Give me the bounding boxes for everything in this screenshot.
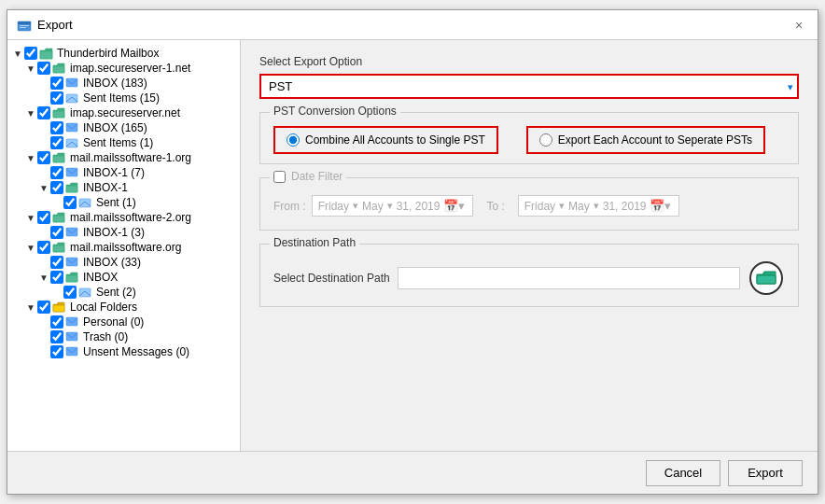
imap1-inbox-label: INBOX (183) — [83, 77, 147, 90]
mail3-inbox2-checkbox[interactable] — [50, 271, 63, 284]
local-personal-checkbox[interactable] — [50, 315, 63, 329]
mail3-sent-label: Sent (2) — [96, 286, 136, 299]
imap2-icon — [52, 106, 67, 119]
browse-button[interactable] — [748, 259, 785, 297]
root-label: Thunderbird Mailbox — [57, 47, 159, 60]
svg-rect-2 — [20, 25, 29, 26]
svg-rect-12 — [66, 168, 77, 176]
svg-rect-10 — [66, 139, 77, 147]
tree-item-local-personal[interactable]: Personal (0) — [7, 315, 240, 329]
imap1-checkbox[interactable] — [37, 62, 50, 75]
date-filter-title: Date Filter — [291, 170, 343, 183]
mail1-inbox2-checkbox[interactable] — [50, 181, 63, 194]
tree-item-imap2[interactable]: ▼ imap.secureserver.net — [7, 105, 240, 120]
from-date-field[interactable]: Friday ▾ May ▾ 31, 2019 📅▾ — [312, 195, 474, 217]
tree-item-imap2-sent[interactable]: Sent Items (1) — [7, 135, 240, 150]
imap2-checkbox[interactable] — [37, 106, 50, 119]
mail1-checkbox[interactable] — [37, 151, 50, 164]
svg-rect-7 — [66, 94, 77, 103]
mail1-inbox1-label: INBOX-1 (7) — [83, 166, 145, 179]
tree-item-imap2-inbox[interactable]: INBOX (165) — [7, 120, 240, 135]
local-checkbox[interactable] — [37, 301, 50, 314]
mail1-inbox1-icon — [65, 166, 80, 179]
title-bar-left: Export — [17, 18, 73, 33]
tree-item-local-trash[interactable]: Trash (0) — [7, 329, 240, 344]
close-button[interactable]: × — [790, 16, 808, 35]
export-button[interactable]: Export — [728, 460, 803, 486]
tree-root[interactable]: ▼ Thunderbird Mailbox — [7, 46, 240, 61]
imap1-label: imap.secureserver-1.net — [70, 62, 190, 75]
imap2-inbox-checkbox[interactable] — [50, 121, 63, 134]
mail1-inbox2-label: INBOX-1 — [83, 181, 128, 194]
destination-row: Select Destination Path — [273, 259, 785, 297]
tree-item-mail3[interactable]: ▼ mail.mailssoftware.org — [7, 240, 240, 255]
mail3-inbox2-icon — [65, 271, 80, 284]
tree-item-mail1[interactable]: ▼ mail.mailssoftware-1.org — [7, 150, 240, 165]
tree-item-mail1-inbox2[interactable]: ▼ INBOX-1 — [7, 180, 240, 195]
svg-rect-20 — [79, 288, 91, 297]
mail3-inbox-checkbox[interactable] — [50, 256, 63, 269]
radio-combine[interactable] — [287, 133, 300, 147]
to-label: To : — [486, 200, 504, 213]
mail2-inbox1-label: INBOX-1 (3) — [83, 226, 145, 239]
mail3-sent-checkbox[interactable] — [63, 286, 77, 299]
from-calendar-button[interactable]: 📅▾ — [441, 199, 467, 213]
imap1-sent-checkbox[interactable] — [50, 91, 63, 105]
local-personal-label: Personal (0) — [83, 315, 144, 329]
local-trash-icon — [65, 330, 80, 343]
mail3-inbox2-label: INBOX — [83, 271, 118, 284]
cancel-button[interactable]: Cancel — [646, 460, 720, 486]
imap2-sent-icon — [65, 136, 80, 149]
mail3-icon — [52, 241, 67, 254]
imap1-sent-label: Sent Items (15) — [83, 91, 160, 105]
svg-rect-11 — [53, 156, 64, 162]
radio-each-label: Export Each Account to Seperate PSTs — [558, 133, 752, 147]
radio-each-option[interactable]: Export Each Account to Seperate PSTs — [526, 126, 765, 154]
tree-item-mail3-inbox2[interactable]: ▼ INBOX — [7, 270, 240, 285]
root-expander[interactable]: ▼ — [11, 49, 24, 59]
local-unsent-checkbox[interactable] — [50, 345, 63, 358]
tree-item-mail2-inbox1[interactable]: INBOX-1 (3) — [7, 225, 240, 240]
to-date-field[interactable]: Friday ▾ May ▾ 31, 2019 📅▾ — [518, 195, 680, 217]
mail2-inbox1-checkbox[interactable] — [50, 226, 63, 239]
tree-item-mail1-inbox1[interactable]: INBOX-1 (7) — [7, 165, 240, 180]
mail1-inbox2-icon — [65, 181, 80, 194]
mail2-checkbox[interactable] — [37, 211, 50, 224]
tree-item-mail1-sent[interactable]: Sent (1) — [7, 195, 240, 210]
radio-combine-option[interactable]: Combine All Accounts to Single PST — [273, 126, 498, 154]
tree-item-mail3-inbox[interactable]: INBOX (33) — [7, 255, 240, 270]
tree-item-mail3-sent[interactable]: Sent (2) — [7, 285, 240, 300]
destination-title: Destination Path — [270, 236, 359, 249]
tree-item-local-unsent[interactable]: Unsent Messages (0) — [7, 344, 240, 359]
imap1-inbox-checkbox[interactable] — [50, 77, 63, 90]
tree-item-imap1-sent[interactable]: Sent Items (15) — [7, 91, 240, 105]
export-select[interactable]: PST EML MSG MBOX — [259, 74, 799, 99]
dialog-icon — [17, 18, 32, 33]
tree-item-imap1[interactable]: ▼ imap.secureserver-1.net — [7, 61, 240, 76]
to-date: 31, 2019 — [603, 200, 647, 213]
imap2-inbox-icon — [65, 121, 80, 134]
export-dialog: Export × ▼ Thunderbird Mailbox ▼ — [7, 9, 818, 495]
date-filter-checkbox[interactable] — [273, 171, 286, 183]
mail3-checkbox[interactable] — [37, 241, 50, 254]
title-bar: Export × — [7, 10, 818, 40]
mail1-inbox1-checkbox[interactable] — [50, 166, 63, 179]
radio-options: Combine All Accounts to Single PST Expor… — [273, 126, 785, 154]
imap1-expander[interactable]: ▼ — [24, 63, 37, 74]
export-select-wrapper: PST EML MSG MBOX ▾ — [259, 74, 799, 99]
imap1-inbox-icon — [65, 77, 80, 90]
radio-each[interactable] — [539, 133, 552, 147]
imap2-sent-checkbox[interactable] — [50, 136, 63, 149]
local-trash-checkbox[interactable] — [50, 330, 63, 343]
tree-item-mail2[interactable]: ▼ mail.mailssoftware-2.org — [7, 210, 240, 225]
svg-rect-23 — [66, 332, 77, 341]
to-calendar-button[interactable]: 📅▾ — [648, 199, 673, 213]
destination-input[interactable] — [398, 267, 740, 289]
mail1-sent-checkbox[interactable] — [63, 196, 77, 209]
from-day: Friday — [318, 200, 349, 213]
tree-item-local[interactable]: ▼ Local Folders — [7, 300, 240, 315]
to-day: Friday — [524, 200, 555, 213]
mail2-icon — [52, 211, 67, 224]
root-checkbox[interactable] — [24, 47, 37, 60]
tree-item-imap1-inbox[interactable]: INBOX (183) — [7, 76, 240, 91]
